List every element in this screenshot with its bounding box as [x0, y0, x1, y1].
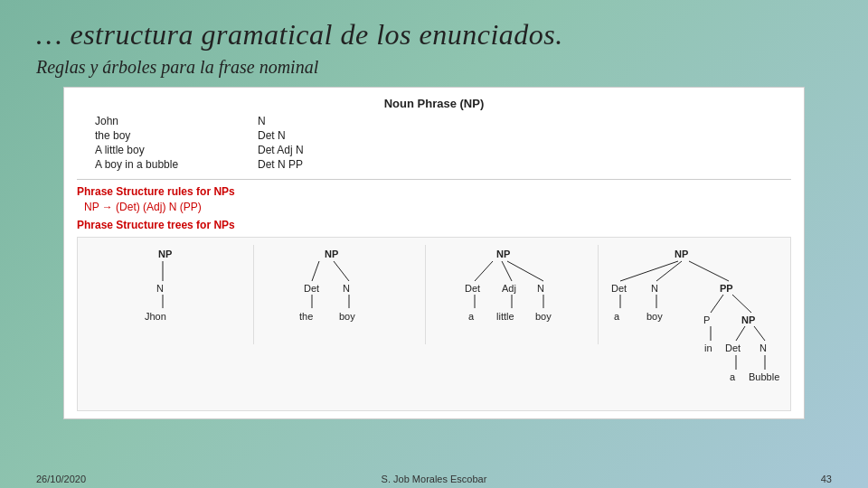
tree-block-2: NP Det N the boy [254, 245, 427, 344]
table-row: A little boy Det Adj N [77, 143, 791, 157]
footer-author: S. Job Morales Escobar [382, 474, 487, 484]
svg-text:NP: NP [496, 249, 510, 259]
table-row: John N [77, 114, 791, 128]
table-cell-left: the boy [77, 129, 258, 142]
svg-text:a: a [730, 371, 736, 382]
svg-text:Det: Det [611, 283, 627, 294]
table-row: A boy in a bubble Det N PP [77, 157, 791, 172]
footer-bar: 26/10/2020 S. Job Morales Escobar 43 [0, 470, 868, 488]
content-box: Noun Phrase (NP) John N the boy Det N A … [63, 87, 805, 419]
svg-text:N: N [760, 343, 767, 353]
phrase-rule-text: NP → (Det) (Adj) N (PP) [84, 201, 202, 213]
divider [77, 179, 791, 180]
svg-text:NP: NP [675, 249, 688, 259]
svg-line-43 [736, 326, 745, 341]
subtitle: Reglas y árboles para la frase nominal [36, 57, 832, 78]
svg-text:N: N [156, 283, 164, 294]
footer-page: 43 [821, 474, 832, 484]
np-table: Noun Phrase (NP) John N the boy Det N A … [77, 97, 791, 172]
svg-text:NP: NP [325, 249, 338, 259]
svg-line-16 [502, 261, 512, 281]
tree-block-1: NP N Jhon [81, 245, 254, 344]
svg-line-30 [689, 261, 729, 281]
table-row: the boy Det N [77, 128, 791, 143]
svg-text:Det: Det [304, 283, 319, 294]
svg-text:N: N [343, 283, 350, 294]
svg-line-15 [475, 261, 493, 281]
svg-text:in: in [704, 343, 712, 353]
svg-text:Adj: Adj [502, 283, 516, 294]
svg-line-6 [312, 261, 319, 281]
tree-svg-3: NP Det Adj N a little boy [462, 245, 561, 344]
tree-block-4: NP Det N PP [599, 245, 787, 403]
table-cell-right: Det N PP [258, 158, 791, 171]
np-table-title: Noun Phrase (NP) [77, 97, 791, 110]
svg-text:a: a [614, 311, 620, 322]
svg-text:boy: boy [646, 311, 663, 322]
table-cell-right: Det N [258, 129, 791, 142]
svg-text:P: P [703, 314, 710, 325]
phrase-rule: NP → (Det) (Adj) N (PP) [77, 201, 791, 213]
tree-block-3: NP Det Adj N a little boy [426, 245, 599, 344]
table-cell-right: Det Adj N [258, 144, 791, 156]
tree-svg-2: NP Det N the boy [299, 245, 381, 344]
svg-text:NP: NP [741, 314, 755, 325]
svg-text:Det: Det [725, 343, 741, 353]
svg-line-36 [711, 295, 723, 313]
phrase-rules-title: Phrase Structure rules for NPs [77, 185, 791, 198]
table-cell-left: John [77, 115, 258, 127]
svg-text:a: a [468, 311, 475, 322]
svg-text:N: N [651, 283, 658, 294]
svg-line-37 [732, 295, 751, 313]
svg-text:boy: boy [339, 311, 355, 322]
svg-text:Jhon: Jhon [145, 311, 166, 322]
table-cell-left: A little boy [77, 144, 258, 156]
svg-line-7 [334, 261, 349, 281]
svg-text:the: the [299, 311, 313, 322]
table-cell-right: N [258, 115, 791, 127]
svg-text:little: little [496, 311, 514, 322]
svg-line-17 [507, 261, 543, 281]
main-title: … estructura gramatical de los enunciado… [36, 18, 832, 52]
trees-container: NP N Jhon NP Det N the b [77, 237, 791, 411]
svg-text:Det: Det [465, 283, 480, 294]
svg-text:PP: PP [720, 283, 733, 294]
tree-svg-4: NP Det N PP [602, 245, 783, 403]
svg-text:boy: boy [535, 311, 552, 322]
table-cell-left: A boy in a bubble [77, 158, 258, 171]
tree-svg-1: NP N Jhon [140, 245, 194, 344]
svg-line-44 [754, 326, 765, 341]
svg-text:Bubble: Bubble [749, 371, 779, 382]
trees-title: Phrase Structure trees for NPs [77, 219, 791, 231]
footer-date: 26/10/2020 [36, 474, 86, 484]
slide-container: … estructura gramatical de los enunciado… [0, 0, 868, 488]
svg-text:N: N [537, 283, 544, 294]
svg-text:NP: NP [158, 249, 172, 259]
